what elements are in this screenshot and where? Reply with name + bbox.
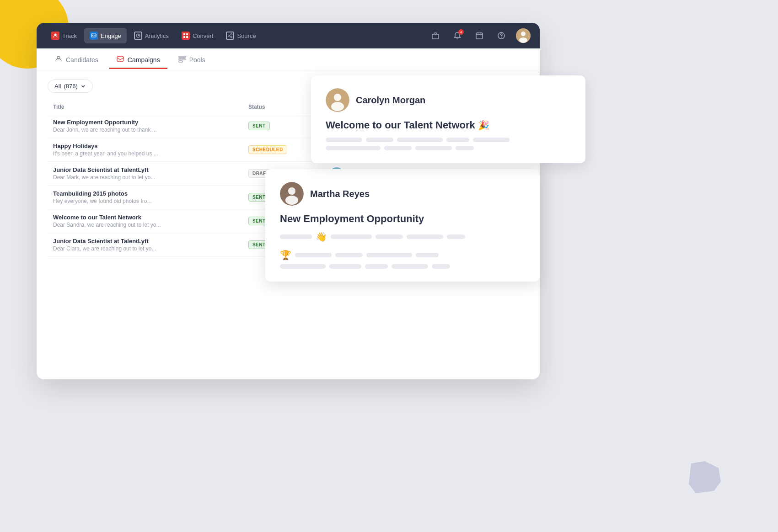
help-icon-btn[interactable] bbox=[494, 28, 509, 43]
svg-point-16 bbox=[519, 37, 527, 43]
svg-rect-18 bbox=[117, 57, 123, 61]
martha-email-content: 👋 🏆 bbox=[280, 231, 525, 269]
cell-title: Junior Data Scientist at TalentLyft Dear… bbox=[48, 162, 243, 186]
filter-label: All bbox=[54, 83, 61, 90]
source-icon bbox=[226, 32, 234, 40]
cell-title: Teambuilding 2015 photos Hey everyone, w… bbox=[48, 186, 243, 209]
svg-rect-5 bbox=[183, 36, 185, 38]
trophy-emoji: 🏆 bbox=[280, 250, 291, 261]
calendar-icon-btn[interactable] bbox=[472, 28, 487, 43]
svg-point-8 bbox=[231, 34, 232, 35]
svg-rect-3 bbox=[183, 33, 185, 35]
chevron-down-icon bbox=[80, 84, 86, 89]
status-badge: SCHEDULED bbox=[248, 145, 287, 154]
martha-avatar bbox=[280, 182, 304, 206]
cell-title: New Employment Opportunity Dear John, we… bbox=[48, 114, 243, 138]
carolyn-name: Carolyn Morgan bbox=[356, 95, 425, 106]
svg-rect-6 bbox=[186, 36, 188, 38]
nav-item-analytics[interactable]: Analytics bbox=[129, 28, 174, 43]
track-icon bbox=[51, 32, 59, 40]
nav-item-source[interactable]: Source bbox=[220, 28, 261, 43]
briefcase-icon-btn[interactable] bbox=[428, 28, 443, 43]
svg-rect-11 bbox=[476, 33, 483, 39]
nav-label-convert: Convert bbox=[193, 32, 214, 39]
nav-item-engage[interactable]: Engage bbox=[84, 28, 127, 43]
pools-icon bbox=[178, 55, 186, 64]
engage-icon bbox=[90, 32, 98, 40]
nav-label-track: Track bbox=[62, 32, 77, 39]
wave-emoji: 👋 bbox=[316, 231, 327, 242]
svg-point-24 bbox=[331, 102, 344, 111]
tab-candidates[interactable]: Candidates bbox=[48, 52, 106, 69]
svg-point-13 bbox=[501, 37, 502, 38]
party-emoji: 🎉 bbox=[478, 120, 489, 130]
nav-item-convert[interactable]: Convert bbox=[176, 28, 219, 43]
tab-campaigns-label: Campaigns bbox=[128, 56, 160, 64]
nav-bar: Track Engage Analytics Convert bbox=[37, 23, 540, 48]
martha-name: Martha Reyes bbox=[310, 189, 370, 199]
martha-email-title: New Employment Opportunity bbox=[280, 213, 525, 225]
svg-point-7 bbox=[228, 35, 230, 37]
card-carolyn: Carolyn Morgan Welcome to our Talent Net… bbox=[311, 75, 585, 163]
analytics-icon bbox=[134, 32, 142, 40]
decorative-corner bbox=[687, 459, 723, 495]
carolyn-email-title: Welcome to our Talent Network 🎉 bbox=[326, 119, 571, 131]
email-content-lines bbox=[326, 138, 571, 150]
card-header-martha: Martha Reyes bbox=[280, 182, 525, 206]
convert-icon bbox=[182, 32, 190, 40]
svg-rect-10 bbox=[432, 34, 439, 39]
card-martha: Martha Reyes New Employment Opportunity … bbox=[265, 169, 540, 282]
nav-right: 4 bbox=[428, 28, 531, 43]
cell-title: Junior Data Scientist at TalentLyft Dear… bbox=[48, 233, 243, 257]
tab-candidates-label: Candidates bbox=[66, 56, 98, 64]
campaigns-icon bbox=[117, 55, 124, 64]
svg-rect-4 bbox=[186, 33, 188, 35]
nav-label-source: Source bbox=[237, 32, 256, 39]
notification-badge: 4 bbox=[458, 29, 464, 35]
svg-rect-1 bbox=[91, 34, 96, 37]
svg-point-15 bbox=[521, 32, 526, 36]
tab-pools-label: Pools bbox=[189, 56, 205, 64]
nav-item-track[interactable]: Track bbox=[46, 28, 82, 43]
tab-campaigns[interactable]: Campaigns bbox=[109, 52, 167, 69]
candidates-icon bbox=[55, 55, 62, 64]
card-header-carolyn: Carolyn Morgan bbox=[326, 88, 571, 112]
svg-point-26 bbox=[288, 187, 295, 195]
cell-title: Happy Holidays It's been a great year, a… bbox=[48, 138, 243, 162]
user-avatar-nav[interactable] bbox=[516, 28, 531, 43]
nav-label-engage: Engage bbox=[101, 32, 121, 39]
nav-label-analytics: Analytics bbox=[145, 32, 169, 39]
svg-point-9 bbox=[231, 37, 232, 38]
carolyn-avatar bbox=[326, 88, 349, 112]
nav-left: Track Engage Analytics Convert bbox=[46, 28, 262, 43]
cell-title: Welcome to our Talent Network Dear Sandr… bbox=[48, 209, 243, 233]
filter-count: (876) bbox=[64, 83, 77, 90]
status-badge: SENT bbox=[248, 122, 270, 130]
svg-rect-21 bbox=[179, 61, 182, 62]
col-title: Title bbox=[48, 100, 243, 114]
svg-rect-20 bbox=[179, 59, 185, 60]
svg-rect-19 bbox=[179, 56, 185, 58]
svg-point-23 bbox=[334, 94, 341, 101]
filter-all-button[interactable]: All (876) bbox=[48, 80, 93, 93]
bell-icon-btn[interactable]: 4 bbox=[450, 28, 465, 43]
svg-point-27 bbox=[285, 196, 298, 205]
sub-tabs: Candidates Campaigns Pools bbox=[37, 48, 540, 72]
tab-pools[interactable]: Pools bbox=[171, 52, 213, 69]
